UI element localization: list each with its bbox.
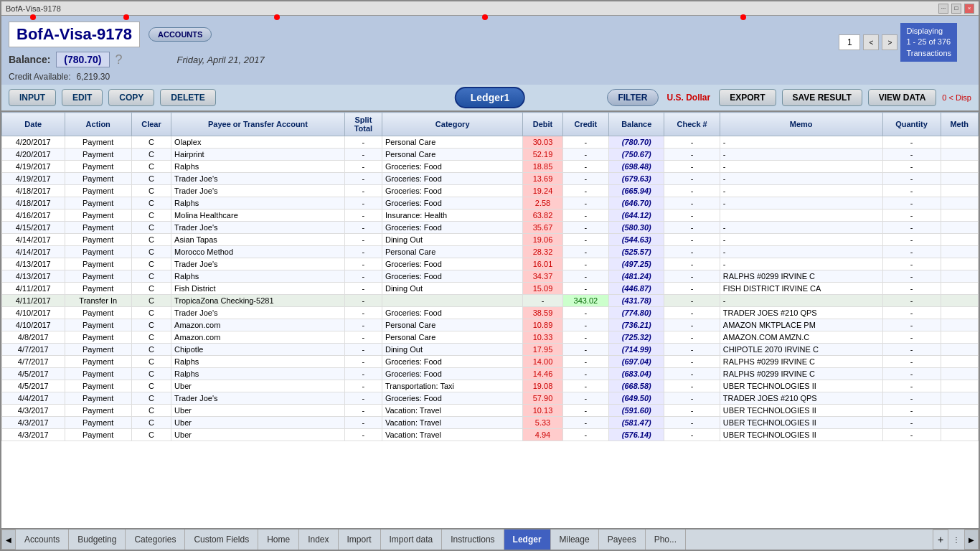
table-row[interactable]: 4/14/2017PaymentCAsian Tapas-Dining Out1… <box>2 234 979 246</box>
table-row[interactable]: 4/18/2017PaymentCTrader Joe's-Groceries:… <box>2 185 979 197</box>
table-row[interactable]: 4/3/2017PaymentCUber-Vacation: Travel4.9… <box>2 429 979 441</box>
table-row[interactable]: 4/19/2017PaymentCRalphs-Groceries: Food1… <box>2 161 979 173</box>
table-row[interactable]: 4/20/2017PaymentCHairprint-Personal Care… <box>2 149 979 161</box>
table-cell: C <box>131 429 171 441</box>
table-cell: Payment <box>65 173 131 185</box>
table-cell: 4/10/2017 <box>2 307 65 319</box>
table-row[interactable]: 4/8/2017PaymentCAmazon.com-Personal Care… <box>2 331 979 344</box>
input-button[interactable]: INPUT <box>9 89 56 106</box>
tab-import[interactable]: Import <box>339 529 381 550</box>
question-icon[interactable]: ? <box>116 52 123 67</box>
table-row[interactable]: 4/19/2017PaymentCTrader Joe's-Groceries:… <box>2 173 979 185</box>
table-cell: - <box>664 246 720 258</box>
tab-accounts[interactable]: Accounts <box>16 529 69 550</box>
table-row[interactable]: 4/7/2017PaymentCRalphs-Groceries: Food14… <box>2 356 979 368</box>
table-cell: - <box>562 356 608 368</box>
tab-ledger[interactable]: Ledger <box>504 529 551 550</box>
table-row[interactable]: 4/11/2017Transfer InCTropicaZona Checkin… <box>2 295 979 307</box>
table-cell: TropicaZona Checking-5281 <box>171 295 345 307</box>
tab-instructions[interactable]: Instructions <box>442 529 504 550</box>
table-cell: 14.00 <box>523 356 562 368</box>
transactions-table-container[interactable]: Date Action Clear Payee or Transfer Acco… <box>1 112 979 528</box>
page-input[interactable] <box>839 34 860 50</box>
display-info: Displaying 1 - 25 of 376 Transactions <box>900 23 957 62</box>
table-cell: Payment <box>65 319 131 331</box>
table-row[interactable]: 4/13/2017PaymentCRalphs-Groceries: Food3… <box>2 270 979 283</box>
delete-button[interactable]: DELETE <box>160 89 215 106</box>
accounts-button[interactable]: ACCOUNTS <box>149 27 212 42</box>
table-cell: Groceries: Food <box>382 161 522 173</box>
table-cell: Uber <box>171 380 345 392</box>
table-cell: Dining Out <box>382 283 522 295</box>
table-cell: 4/5/2017 <box>2 368 65 380</box>
tab-budgeting[interactable]: Budgeting <box>69 529 126 550</box>
table-cell: 30.03 <box>523 136 562 149</box>
next-page-btn[interactable]: > <box>882 34 897 50</box>
table-cell: Ralphs <box>171 197 345 209</box>
add-tab-btn[interactable]: + <box>933 529 948 550</box>
table-cell: - <box>664 380 720 392</box>
tab-categories[interactable]: Categories <box>126 529 185 550</box>
table-cell: - <box>344 246 382 258</box>
table-cell: 63.82 <box>523 209 562 222</box>
table-cell: 4/5/2017 <box>2 380 65 392</box>
table-row[interactable]: 4/16/2017PaymentCMolina Healthcare-Insur… <box>2 209 979 222</box>
table-row[interactable]: 4/7/2017PaymentCChipotle-Dining Out17.95… <box>2 344 979 356</box>
tab-mileage[interactable]: Mileage <box>551 529 599 550</box>
table-cell: Asian Tapas <box>171 234 345 246</box>
tab-import-data[interactable]: Import data <box>381 529 443 550</box>
table-cell: - <box>562 283 608 295</box>
tab-prev-btn[interactable]: ◀ <box>1 529 16 550</box>
more-tabs-btn[interactable]: ⋮ <box>948 529 964 550</box>
close-btn[interactable]: × <box>964 4 974 14</box>
table-row[interactable]: 4/11/2017PaymentCFish District-Dining Ou… <box>2 283 979 295</box>
table-row[interactable]: 4/5/2017PaymentCRalphs-Groceries: Food14… <box>2 368 979 380</box>
save-result-button[interactable]: SAVE RESULT <box>782 89 862 106</box>
table-cell: - <box>882 149 941 161</box>
dots-btn[interactable]: ··· <box>938 4 948 14</box>
table-cell: C <box>131 234 171 246</box>
table-cell: - <box>720 161 882 173</box>
table-row[interactable]: 4/4/2017PaymentCTrader Joe's-Groceries: … <box>2 392 979 405</box>
table-cell: - <box>664 307 720 319</box>
table-cell: UBER TECHNOLOGIES II <box>720 405 882 417</box>
table-cell: - <box>882 307 941 319</box>
table-cell: - <box>882 270 941 283</box>
table-cell <box>941 405 978 417</box>
tab-payees[interactable]: Payees <box>599 529 646 550</box>
table-row[interactable]: 4/15/2017PaymentCTrader Joe's-Groceries:… <box>2 222 979 234</box>
table-row[interactable]: 4/3/2017PaymentCUber-Vacation: Travel5.3… <box>2 417 979 429</box>
edit-button[interactable]: EDIT <box>62 89 103 106</box>
table-row[interactable]: 4/18/2017PaymentCRalphs-Groceries: Food2… <box>2 197 979 209</box>
table-row[interactable]: 4/10/2017PaymentCAmazon.com-Personal Car… <box>2 319 979 331</box>
table-row[interactable]: 4/20/2017PaymentCOlaplex-Personal Care30… <box>2 136 979 149</box>
tab-home[interactable]: Home <box>258 529 299 550</box>
table-cell: - <box>720 246 882 258</box>
table-cell: C <box>131 173 171 185</box>
table-cell: RALPHS #0299 IRVINE C <box>720 270 882 283</box>
tab-custom-fields[interactable]: Custom Fields <box>185 529 258 550</box>
table-row[interactable]: 4/5/2017PaymentCUber-Transportation: Tax… <box>2 380 979 392</box>
export-button[interactable]: EXPORT <box>719 89 776 106</box>
maximize-btn[interactable]: □ <box>951 4 961 14</box>
table-cell: C <box>131 295 171 307</box>
tab-index[interactable]: Index <box>299 529 338 550</box>
filter-button[interactable]: FILTER <box>607 89 658 106</box>
table-cell: 19.08 <box>523 380 562 392</box>
copy-button[interactable]: COPY <box>108 89 154 106</box>
view-data-button[interactable]: VIEW DATA <box>868 89 937 106</box>
table-cell: - <box>664 356 720 368</box>
tab-next-btn[interactable]: ▶ <box>964 529 979 550</box>
table-cell: FISH DISTRICT IRVINE CA <box>720 283 882 295</box>
table-row[interactable]: 4/13/2017PaymentCTrader Joe's-Groceries:… <box>2 258 979 270</box>
table-row[interactable]: 4/3/2017PaymentCUber-Vacation: Travel10.… <box>2 405 979 417</box>
prev-page-btn[interactable]: < <box>863 34 879 50</box>
tab-pho...[interactable]: Pho... <box>646 529 686 550</box>
table-cell: - <box>664 331 720 344</box>
balance-label: Balance: <box>9 54 50 65</box>
table-row[interactable]: 4/14/2017PaymentCMorocco Method-Personal… <box>2 246 979 258</box>
table-cell: - <box>344 417 382 429</box>
table-row[interactable]: 4/10/2017PaymentCTrader Joe's-Groceries:… <box>2 307 979 319</box>
table-cell: 2.58 <box>523 197 562 209</box>
table-cell <box>941 161 978 173</box>
